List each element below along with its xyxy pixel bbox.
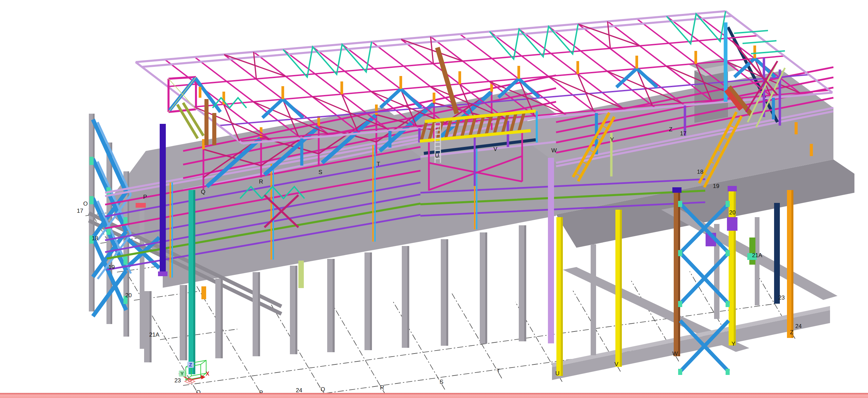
model-canvas — [0, 0, 868, 398]
column-teal-shade — [193, 190, 195, 374]
axis-x-label: X — [206, 371, 210, 377]
column-yellow-u-shade — [561, 217, 563, 376]
column-brown-w-shade — [678, 190, 680, 356]
green-stub-plate — [747, 253, 757, 260]
indigo-base-plate — [158, 271, 167, 276]
axis-z-badge: Z — [188, 362, 194, 368]
column-orange-shade — [791, 190, 793, 338]
column-lavender — [548, 158, 554, 343]
column-yellow-y20-shade — [734, 188, 736, 345]
status-bar-highlight — [0, 393, 868, 398]
cap-plate-brown — [672, 187, 682, 193]
cap-plate-yellow — [728, 186, 737, 191]
red-bearing-pad — [136, 203, 146, 208]
pale-green-post — [298, 261, 304, 288]
column-navy-23 — [774, 203, 780, 304]
orange-stub-post — [201, 286, 206, 299]
column-yellow-v-shade — [620, 210, 622, 367]
splice-plate-yellow — [727, 217, 737, 231]
axis-y-badge: Y — [179, 371, 185, 377]
model-viewport[interactable]: O1718192021A23OP24QRSTUVWY2324Z21A20PQRS… — [0, 0, 868, 398]
cluster-thin-xbrace — [169, 77, 196, 112]
column-indigo-p — [160, 124, 166, 275]
cluster-olive-beams — [177, 103, 203, 138]
green-stub-21a — [749, 238, 755, 265]
